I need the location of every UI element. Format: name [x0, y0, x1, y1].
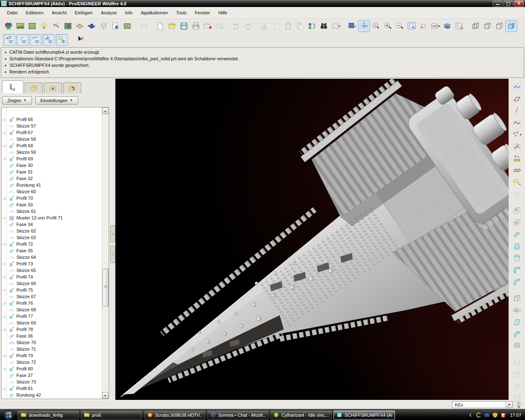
taskbar-clock[interactable]: 17:07	[510, 413, 521, 418]
tree-item-skizze-68[interactable]: Skizze 68	[2, 306, 109, 313]
nav-tab-connections[interactable]	[63, 82, 81, 94]
find-button[interactable]	[318, 21, 330, 32]
show-menu-button[interactable]: Zeigen▼	[2, 96, 32, 105]
spin-center-button[interactable]	[358, 21, 370, 32]
tree-item-profil-70[interactable]: Profil 70	[2, 195, 109, 201]
minimize-button[interactable]	[493, 0, 502, 7]
zoom-in-button[interactable]	[382, 21, 394, 32]
swept-blend-tool-button[interactable]	[511, 240, 523, 252]
redo-button[interactable]	[242, 21, 254, 32]
annotation-tool-button[interactable]	[511, 176, 523, 188]
wrap-tool-button[interactable]	[511, 380, 523, 392]
tree-item-fase-37[interactable]: Fase 37	[2, 372, 109, 379]
open-file-button[interactable]	[166, 21, 178, 32]
model-intent-tool-button[interactable]	[511, 164, 523, 176]
view-manager-button[interactable]	[453, 21, 465, 32]
tree-scrollbar[interactable]: ▲ ▼	[102, 107, 109, 399]
tree-item-profil-77[interactable]: Profil 77	[2, 313, 109, 320]
wireframe-display-button[interactable]	[470, 21, 482, 32]
tree-item-fase-32[interactable]: Fase 32	[2, 175, 109, 182]
tree-item-profil-79[interactable]: Profil 79	[2, 352, 109, 359]
no-hidden-display-button[interactable]	[493, 21, 505, 32]
send-email-button[interactable]	[202, 21, 214, 32]
post-effects-button[interactable]	[50, 21, 62, 32]
perspective-view-button[interactable]	[110, 21, 121, 32]
tree-item-profil-68[interactable]: Profil 68	[2, 142, 109, 149]
tree-item-skizze-67[interactable]: Skizze 67	[2, 293, 109, 300]
tree-item-profil-67[interactable]: Profil 67	[2, 129, 109, 136]
paste-button[interactable]	[282, 21, 294, 32]
tray-collapse-icon[interactable]	[467, 412, 474, 418]
tree-item-fase-35[interactable]: Fase 35	[2, 247, 109, 254]
tree-item-profil-66[interactable]: Profil 66	[2, 116, 109, 123]
sketch-tool-button[interactable]	[511, 81, 523, 93]
render-environment-button[interactable]	[62, 21, 74, 32]
tree-item-muster-13-von-profil-71[interactable]: Muster 13 von Profil 71	[2, 215, 109, 221]
taskbar-schiffsrumpfx4-window[interactable]: SCHIFFSRUMPFX4 (Ak...	[333, 411, 395, 420]
tree-item-profil-76[interactable]: Profil 76	[2, 300, 109, 306]
pattern-tool-button[interactable]	[511, 392, 523, 404]
tree-item-skizze-59[interactable]: Skizze 59	[2, 149, 109, 155]
tree-item-skizze-61[interactable]: Skizze 61	[2, 208, 109, 215]
project-tool-button[interactable]	[511, 368, 523, 380]
copy-button[interactable]	[270, 21, 282, 32]
tree-item-skizze-62[interactable]: Skizze 62	[2, 228, 109, 234]
taskbar-downloads-fertig[interactable]: downloads_fertig	[18, 411, 79, 420]
menu-einf-gen[interactable]: Einfügen	[71, 9, 96, 17]
datum-plane-tool-button[interactable]	[511, 93, 523, 105]
tree-item-profil-69[interactable]: Profil 69	[2, 155, 109, 162]
refit-button[interactable]	[406, 21, 418, 32]
csys-tool-button[interactable]	[511, 141, 523, 152]
tree-item-skizze-57[interactable]: Skizze 57	[2, 123, 109, 129]
menu-applikationen[interactable]: Applikationen	[137, 9, 171, 17]
named-view-list-button[interactable]	[429, 21, 441, 32]
tree-item-fase-30[interactable]: Fase 30	[2, 162, 109, 169]
scroll-down-button[interactable]: ▼	[102, 392, 108, 399]
tree-item-skizze-64[interactable]: Skizze 64	[2, 254, 109, 260]
taskbar-somnia-chat[interactable]: Somnia • Chat - Mozill...	[207, 411, 269, 420]
tree-item-skizze-58[interactable]: Skizze 58	[2, 136, 109, 142]
hidden-line-display-button[interactable]	[482, 21, 493, 32]
tree-item-profil-72[interactable]: Profil 72	[2, 241, 109, 247]
menu-analyse[interactable]: Analyse	[97, 9, 121, 17]
scroll-up-button[interactable]: ▲	[102, 107, 108, 114]
annotation-display-toggle-button[interactable]	[56, 34, 68, 46]
revolve-tool-button[interactable]	[511, 217, 523, 228]
collapse-navigator-handle[interactable]: ‹	[110, 225, 115, 242]
offset-points-tool-button[interactable]	[511, 153, 523, 164]
avira-antivirus-tray-icon[interactable]	[500, 412, 507, 418]
render-region-button[interactable]	[121, 21, 133, 32]
utorrent-tray-icon[interactable]	[475, 412, 482, 418]
tree-item-profil-81[interactable]: Profil 81	[2, 385, 109, 392]
tree-item-skizze-71[interactable]: Skizze 71	[2, 346, 109, 352]
menu-ansicht[interactable]: Ansicht	[48, 9, 70, 17]
round-tool-button[interactable]	[511, 264, 523, 276]
tree-item-rundung-42[interactable]: Rundung 42	[2, 392, 109, 398]
render-model-button[interactable]	[86, 21, 98, 32]
cut-button[interactable]	[258, 21, 270, 32]
tree-item-profil-74[interactable]: Profil 74	[2, 274, 109, 280]
close-button[interactable]: X	[514, 0, 524, 7]
tree-item-skizze-73[interactable]: Skizze 73	[2, 379, 109, 385]
zoom-out-button[interactable]	[394, 21, 406, 32]
menu-editieren[interactable]: Editieren	[22, 9, 47, 17]
extrude-tool-button[interactable]	[511, 205, 523, 216]
tree-item-rundung-41[interactable]: Rundung 41	[2, 182, 109, 188]
undo-button[interactable]	[230, 21, 242, 32]
tree-item-skizze-65[interactable]: Skizze 65	[2, 267, 109, 274]
sweep-tool-button[interactable]	[511, 228, 523, 240]
save-file-button[interactable]	[178, 21, 190, 32]
selection-filter-button[interactable]	[330, 21, 342, 32]
csys-display-toggle-button[interactable]	[43, 34, 55, 46]
boundary-blend-tool-button[interactable]	[511, 340, 523, 352]
security-shield-tray-icon[interactable]	[492, 412, 498, 418]
paste-special-button[interactable]	[294, 21, 306, 32]
menu-hilfe[interactable]: Hilfe	[215, 9, 231, 17]
repaint-button[interactable]	[346, 21, 358, 32]
restore-button[interactable]	[503, 0, 513, 7]
scrollbar-thumb[interactable]	[103, 269, 109, 306]
expand-navigator-handle[interactable]: ›	[110, 246, 115, 263]
datum-curve-tool-button[interactable]	[511, 117, 523, 128]
tree-item-skizze-72[interactable]: Skizze 72	[2, 359, 109, 365]
render-setup-button[interactable]	[26, 21, 38, 32]
